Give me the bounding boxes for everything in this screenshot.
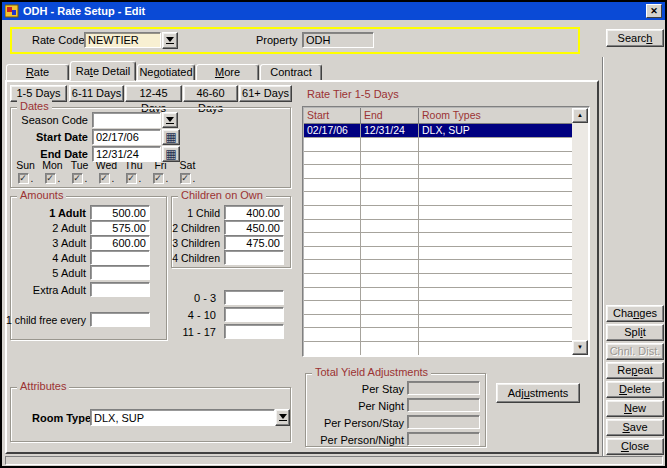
- table-scrollbar[interactable]: ▲ ▼: [572, 108, 588, 355]
- per-stay-input[interactable]: [407, 381, 480, 395]
- table-row[interactable]: [304, 328, 572, 342]
- rate-code-label: Rate Code: [32, 34, 85, 46]
- tab-rate-detail[interactable]: Rate Detail: [70, 61, 136, 81]
- table-cell: [361, 328, 419, 341]
- table-cell: [419, 179, 572, 192]
- rate-code-input[interactable]: [84, 32, 161, 48]
- weekday-checkbox-fri[interactable]: ✓: [153, 173, 164, 184]
- table-cell: [304, 165, 361, 178]
- table-row[interactable]: [304, 342, 572, 355]
- rate-code-dropdown-button[interactable]: [162, 32, 178, 49]
- dropdown-arrow-icon: [166, 117, 174, 122]
- table-row[interactable]: [304, 138, 572, 152]
- status-bar: [5, 456, 663, 465]
- table-cell: [304, 247, 361, 260]
- day-tab-6-11[interactable]: 6-11 Days: [69, 85, 124, 102]
- new-button[interactable]: New: [606, 400, 664, 417]
- per-person-night-input[interactable]: [407, 432, 480, 446]
- close-button[interactable]: Close: [606, 438, 664, 455]
- start-date-calendar-icon[interactable]: ▦: [162, 129, 180, 145]
- table-row[interactable]: [304, 260, 572, 274]
- scroll-down-icon[interactable]: ▼: [572, 340, 588, 355]
- end-date-label: End Date: [10, 148, 88, 160]
- tab-negotiated[interactable]: Negotiated: [137, 64, 195, 81]
- adjustments-button[interactable]: Adjustments: [496, 383, 580, 403]
- table-cell: [361, 206, 419, 219]
- day-tab-12-45[interactable]: 12-45 Days: [125, 85, 182, 102]
- table-row[interactable]: [304, 247, 572, 261]
- table-row[interactable]: [304, 152, 572, 166]
- tab-rate-header[interactable]: Rate Header: [6, 64, 69, 81]
- amount-2adult-input[interactable]: [90, 220, 150, 235]
- table-row[interactable]: [304, 179, 572, 193]
- table-row[interactable]: [304, 288, 572, 302]
- weekday-checkbox-thu[interactable]: ✓: [126, 173, 137, 184]
- weekday-checkbox-wed[interactable]: ✓: [99, 173, 110, 184]
- table-cell: [419, 206, 572, 219]
- child1-input[interactable]: [224, 205, 284, 220]
- end-date-input[interactable]: [92, 146, 161, 162]
- column-header-start[interactable]: Start: [304, 108, 361, 123]
- weekday-label: Sun: [12, 159, 39, 171]
- start-date-input[interactable]: [92, 129, 161, 145]
- table-row[interactable]: [304, 165, 572, 179]
- cell-room-types: DLX, SUP: [419, 124, 572, 137]
- end-date-calendar-icon[interactable]: ▦: [162, 146, 180, 162]
- child4-input[interactable]: [224, 250, 284, 265]
- amount-5adult-input[interactable]: [90, 265, 150, 280]
- split-button[interactable]: Split: [606, 324, 664, 341]
- weekday-label: Tue: [66, 159, 93, 171]
- table-row[interactable]: [304, 220, 572, 234]
- day-tab-46-60[interactable]: 46-60 Days: [183, 85, 238, 102]
- changes-button[interactable]: Changes: [606, 305, 664, 322]
- weekday-checkbox-mon[interactable]: ✓: [45, 173, 56, 184]
- weekday-row: Sun✓. Mon✓. Tue✓. Wed✓. Thu✓. Fri✓. Sat✓…: [12, 159, 201, 184]
- table-row[interactable]: [304, 206, 572, 220]
- age-0-3-input[interactable]: [224, 290, 284, 305]
- chnl-dist-button[interactable]: Chnl. Dist.: [606, 343, 664, 360]
- weekday-checkbox-sat[interactable]: ✓: [180, 173, 191, 184]
- per-night-input[interactable]: [407, 398, 480, 412]
- dot: .: [112, 173, 115, 184]
- weekday-checkbox-sun[interactable]: ✓: [18, 173, 29, 184]
- tab-more[interactable]: More: [196, 64, 259, 81]
- table-row[interactable]: [304, 315, 572, 329]
- child-free-input[interactable]: [90, 312, 150, 327]
- property-input[interactable]: [302, 32, 374, 48]
- scroll-up-icon[interactable]: ▲: [572, 108, 588, 123]
- season-code-dropdown-button[interactable]: [162, 112, 178, 128]
- table-cell: [361, 192, 419, 205]
- amount-4adult-input[interactable]: [90, 250, 150, 265]
- column-header-end[interactable]: End: [361, 108, 419, 123]
- save-button[interactable]: Save: [606, 419, 664, 436]
- amount-extra-adult-input[interactable]: [90, 282, 150, 297]
- window-title: ODH - Rate Setup - Edit: [23, 5, 646, 17]
- repeat-button[interactable]: Repeat: [606, 362, 664, 379]
- table-cell: [361, 315, 419, 328]
- dot: .: [193, 173, 196, 184]
- search-button[interactable]: Search: [606, 29, 664, 47]
- table-row[interactable]: [304, 192, 572, 206]
- table-row[interactable]: [304, 301, 572, 315]
- child3-input[interactable]: [224, 235, 284, 250]
- table-cell: [304, 301, 361, 314]
- close-icon[interactable]: ✕: [646, 4, 662, 18]
- age-4-10-input[interactable]: [224, 307, 284, 322]
- per-person-stay-input[interactable]: [407, 415, 480, 429]
- day-tab-61plus[interactable]: 61+ Days: [239, 85, 292, 102]
- age-11-17-input[interactable]: [224, 324, 284, 339]
- weekday-checkbox-tue[interactable]: ✓: [72, 173, 83, 184]
- table-cell: [419, 233, 572, 246]
- child2-input[interactable]: [224, 220, 284, 235]
- table-row-selected[interactable]: 02/17/06 12/31/24 DLX, SUP: [304, 124, 572, 138]
- season-code-input[interactable]: [92, 112, 161, 128]
- amount-3adult-input[interactable]: [90, 235, 150, 250]
- room-types-dropdown-button[interactable]: [275, 409, 290, 426]
- amount-1adult-input[interactable]: [90, 205, 150, 220]
- tab-contract-info[interactable]: Contract Info: [260, 64, 322, 81]
- delete-button[interactable]: Delete: [606, 381, 664, 398]
- room-types-input[interactable]: [90, 409, 275, 426]
- table-row[interactable]: [304, 233, 572, 247]
- table-row[interactable]: [304, 274, 572, 288]
- column-header-room-types[interactable]: Room Types: [419, 108, 572, 123]
